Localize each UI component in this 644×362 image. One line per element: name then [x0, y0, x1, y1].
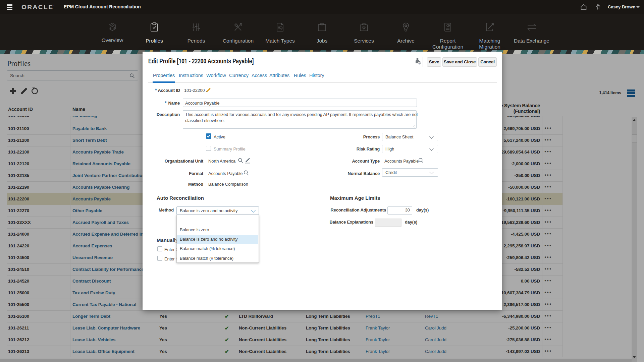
svg-text:?: ? [419, 61, 420, 64]
